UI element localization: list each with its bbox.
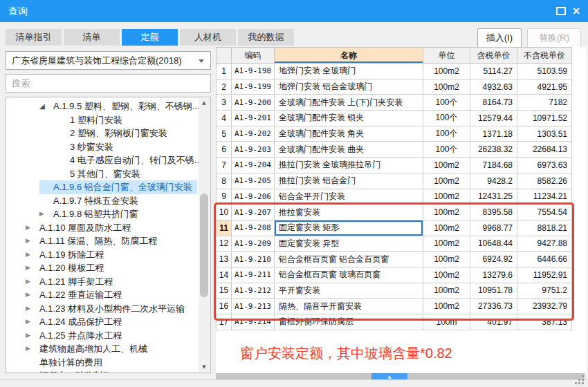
cell-name[interactable]: 全玻璃门配件安装 角夹	[275, 126, 423, 142]
cell-unit[interactable]: 100m2	[423, 205, 470, 220]
cell-price-tax[interactable]: 13279.6	[470, 267, 517, 283]
cell-price-notax[interactable]: 9427.88	[517, 236, 572, 252]
cell-price-notax[interactable]: 6973.63	[517, 158, 572, 173]
tree-item[interactable]: ◢A.1.9.5 塑料、塑钢、彩钢、不锈钢...	[6, 100, 199, 113]
tree-item[interactable]: 1 塑料门安装	[6, 113, 199, 127]
cell-name[interactable]: 地弹门安装 全玻璃门	[275, 64, 423, 79]
cell-price-tax[interactable]: 4932.63	[470, 79, 517, 95]
cell-price-tax[interactable]: 27336.73	[470, 299, 517, 314]
cell-rownum[interactable]: 4	[216, 111, 232, 126]
cell-name[interactable]: 推拉门安装 铝合金门	[275, 173, 423, 189]
cell-price-tax[interactable]: 6924.92	[470, 252, 517, 267]
header-1[interactable]: 编码	[232, 47, 275, 64]
tree-item[interactable]: 2 塑钢、彩钢板门窗安装	[6, 126, 199, 140]
cell-rownum[interactable]: 5	[216, 126, 232, 142]
tree-collapsed-icon[interactable]: ▶	[26, 248, 39, 262]
header-4[interactable]: 含税单价	[470, 47, 517, 64]
tree-item[interactable]: 混凝土、砂浆制作……	[6, 369, 199, 372]
tab-1[interactable]: 清单指引	[6, 29, 62, 46]
cell-code[interactable]: A1-9-208	[232, 220, 275, 236]
cell-name[interactable]: 窗框外侧环保防腐层	[275, 314, 423, 330]
tree-collapsed-icon[interactable]: ▶	[26, 288, 39, 302]
tree-collapsed-icon[interactable]: ▶	[26, 329, 39, 343]
tree-collapsed-icon[interactable]: ▶	[26, 342, 39, 356]
tree-item[interactable]: A.1.9.6 铝合金门窗、全玻璃门安装	[6, 180, 199, 194]
cell-price-tax[interactable]: 401.97	[470, 314, 517, 330]
cell-price-notax[interactable]: 22684.13	[517, 142, 572, 158]
cell-unit[interactable]: 100m2	[423, 189, 470, 205]
cell-code[interactable]: A1-9-205	[232, 173, 275, 189]
tree-item[interactable]: 4 电子感应自动门、转门及不锈...	[6, 153, 199, 167]
cell-name[interactable]: 铝合金平开门安装	[275, 189, 423, 205]
cell-price-tax[interactable]: 12431.25	[470, 189, 517, 205]
cell-name[interactable]: 固定窗安装 矩形	[275, 220, 423, 236]
cell-code[interactable]: A1-9-206	[232, 189, 275, 205]
cell-rownum[interactable]: 10	[216, 205, 232, 220]
cell-code[interactable]: A1-9-211	[232, 267, 275, 283]
cell-price-notax[interactable]: 387.13	[517, 314, 572, 330]
tree-item[interactable]: ▶A.1.19 拆除工程	[6, 248, 199, 262]
cell-price-notax[interactable]: 4921.95	[517, 79, 572, 95]
cell-price-tax[interactable]: 12579.44	[470, 111, 517, 126]
cell-unit[interactable]: 100个	[423, 126, 470, 142]
cell-price-tax[interactable]: 8164.73	[470, 95, 517, 111]
tree-collapsed-icon[interactable]: ▶	[26, 302, 39, 316]
cell-name[interactable]: 隔热、隔音平开窗安装	[275, 299, 423, 314]
cell-rownum[interactable]: 12	[216, 236, 232, 252]
cell-price-tax[interactable]: 8395.58	[470, 205, 517, 220]
tree-item[interactable]: ▶A.1.23 材料及小型构件二次水平运输	[6, 302, 199, 316]
cell-unit[interactable]: 100个	[423, 142, 470, 158]
cell-unit[interactable]: 100m2	[423, 283, 470, 299]
cell-code[interactable]: A1-9-199	[232, 79, 275, 95]
cell-code[interactable]: A1-9-201	[232, 111, 275, 126]
cell-code[interactable]: A1-9-209	[232, 236, 275, 252]
tree-item[interactable]: ▶A.1.22 垂直运输工程	[6, 288, 199, 302]
cell-price-tax[interactable]: 10648.44	[470, 236, 517, 252]
cell-name[interactable]: 全玻璃门配件安装 上(下)门夹安装	[275, 95, 423, 111]
cell-name[interactable]: 地弹门安装 铝合金玻璃门	[275, 79, 423, 95]
cell-code[interactable]: A1-9-202	[232, 126, 275, 142]
cell-rownum[interactable]: 16	[216, 299, 232, 314]
tree-expanded-icon[interactable]: ◢	[39, 100, 53, 113]
cell-name[interactable]: 铝合金框百页窗 铝合金百页窗	[275, 252, 423, 267]
cell-name[interactable]: 铝合金框百页窗 玻璃百页窗	[275, 267, 423, 283]
cell-price-notax[interactable]: 23932.79	[517, 299, 572, 314]
tab-3[interactable]: 定额	[122, 29, 178, 46]
cell-price-notax[interactable]: 8582.26	[517, 173, 572, 189]
cell-name[interactable]: 全玻璃门配件安装 锁夹	[275, 111, 423, 126]
cell-price-tax[interactable]: 9428.2	[470, 173, 517, 189]
cell-code[interactable]: A1-9-204	[232, 158, 275, 173]
cell-code[interactable]: A1-9-213	[232, 299, 275, 314]
cell-price-notax[interactable]: 11952.91	[517, 267, 572, 283]
cell-rownum[interactable]: 13	[216, 252, 232, 267]
cell-code[interactable]: A1-9-210	[232, 252, 275, 267]
cell-price-notax[interactable]: 8818.21	[517, 220, 572, 236]
cell-rownum[interactable]: 17	[216, 314, 232, 330]
cell-unit[interactable]: 100m2	[423, 236, 470, 252]
cell-price-notax[interactable]: 9751.2	[517, 283, 572, 299]
tree-item[interactable]: ▶A.1.24 成品保护工程	[6, 315, 199, 329]
tree-collapsed-icon[interactable]: ▶	[39, 207, 53, 221]
cell-name[interactable]: 固定窗安装 异型	[275, 236, 423, 252]
resize-grip[interactable]	[582, 382, 584, 384]
splitter-expand-icon[interactable]: ▲	[371, 373, 407, 379]
tree-item[interactable]: ▶A.1.20 模板工程	[6, 261, 199, 275]
cell-rownum[interactable]: 3	[216, 95, 232, 111]
bottom-splitter[interactable]: ▲	[216, 373, 585, 379]
tree-item[interactable]: ▶建筑物超高增加人工、机械	[6, 342, 199, 356]
cell-unit[interactable]: 100m2	[423, 220, 470, 236]
cell-price-tax[interactable]: 9968.77	[470, 220, 517, 236]
scroll-down-icon[interactable]: ▼	[199, 362, 210, 372]
scroll-up-icon[interactable]: ▲	[199, 98, 210, 108]
tab-2[interactable]: 清单	[64, 29, 120, 46]
tree-item[interactable]: ▶A.1.21 脚手架工程	[6, 275, 199, 289]
cell-price-notax[interactable]: 1303.51	[517, 126, 572, 142]
cell-price-notax[interactable]: 5103.59	[517, 64, 572, 79]
tab-5[interactable]: 我的数据	[238, 29, 294, 46]
tab-4[interactable]: 人材机	[180, 29, 236, 46]
cell-rownum[interactable]: 6	[216, 142, 232, 158]
tree-collapsed-icon[interactable]: ▶	[26, 315, 39, 329]
tree-item[interactable]: ▶A.1.10 屋面及防水工程	[6, 221, 199, 235]
quota-library-select[interactable]: 广东省房屋建筑与装饰工程综合定额(2018)	[6, 51, 211, 70]
insert-button[interactable]: 插入(I)	[477, 28, 522, 48]
